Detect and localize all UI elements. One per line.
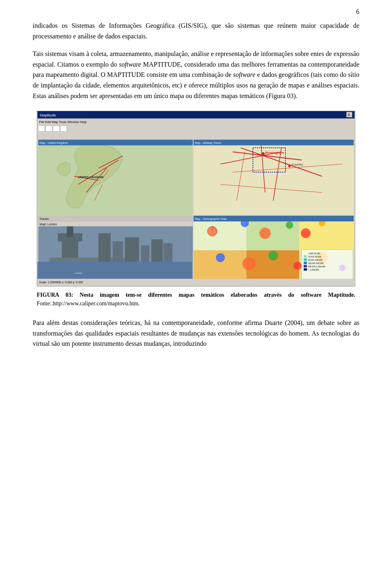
svg-point-75 — [216, 253, 225, 262]
svg-rect-84 — [304, 255, 307, 258]
svg-text:London: London — [74, 272, 82, 274]
svg-text:UNITED KINGDOM: UNITED KINGDOM — [78, 176, 103, 179]
maptitude-screenshot: Maptitude X File Edit Map Tools Window H… — [37, 111, 355, 286]
svg-rect-1 — [38, 111, 354, 119]
svg-point-76 — [242, 257, 255, 270]
svg-rect-82 — [304, 252, 307, 255]
svg-text:Maptitude: Maptitude — [40, 113, 56, 117]
svg-text:500,001-1,000,000: 500,001-1,000,000 — [308, 266, 325, 268]
svg-rect-8 — [38, 126, 45, 132]
svg-rect-12 — [38, 132, 354, 139]
svg-point-36 — [288, 165, 291, 168]
svg-rect-50 — [125, 237, 139, 262]
svg-rect-11 — [60, 126, 67, 132]
figure-caption-normal: Fonte:.http://www.caliper.com/maptovu.ht… — [37, 300, 140, 307]
svg-rect-90 — [304, 265, 307, 267]
svg-text:File  Edit  Map  Tools  Window: File Edit Map Tools Window Help — [39, 120, 87, 124]
svg-text:100,001-500,000: 100,001-500,000 — [308, 262, 324, 264]
svg-text:1,000-10,000: 1,000-10,000 — [308, 253, 321, 255]
svg-rect-56 — [38, 222, 193, 226]
page-number: 6 — [356, 8, 359, 16]
figure-caption-bold: FIGURA 03: Nesta imagem tem-se diferente… — [37, 292, 355, 298]
svg-text:Scale: 1:2000000   x: 0.000   : Scale: 1:2000000 x: 0.000 y: 0.000 — [39, 281, 83, 284]
svg-rect-51 — [141, 246, 149, 262]
svg-rect-49 — [113, 242, 123, 262]
svg-rect-9 — [46, 126, 52, 132]
svg-point-72 — [286, 222, 293, 229]
svg-rect-96 — [38, 279, 354, 286]
svg-point-73 — [301, 228, 311, 238]
svg-rect-54 — [38, 216, 193, 222]
svg-text:50,001-100,000: 50,001-100,000 — [308, 259, 323, 261]
svg-text:Birmingham: Birmingham — [265, 151, 284, 155]
svg-rect-7 — [38, 125, 354, 132]
svg-point-34 — [261, 152, 265, 156]
svg-text:10,001-50,000: 10,001-50,000 — [308, 256, 321, 258]
svg-rect-10 — [53, 126, 60, 132]
svg-rect-48 — [98, 233, 111, 262]
svg-text:Map - Demographic Data: Map - Demographic Data — [195, 217, 227, 221]
svg-text:X: X — [347, 113, 350, 117]
svg-point-78 — [294, 262, 302, 270]
paragraph-1: indicados os Sistemas de Informações Geo… — [33, 20, 359, 41]
svg-text:Tracker: Tracker — [40, 217, 49, 220]
svg-rect-52 — [151, 240, 163, 262]
paragraph-2: Tais sistemas visam à coleta, armazename… — [33, 49, 359, 101]
svg-text:Map - Midway Towns: Map - Midway Towns — [195, 141, 221, 145]
page: 6 indicados os Sistemas de Informações G… — [0, 0, 392, 580]
svg-rect-53 — [163, 244, 172, 262]
svg-text:> 1,000,000: > 1,000,000 — [308, 269, 319, 271]
svg-rect-92 — [304, 268, 307, 271]
svg-text:Mapt: London: Mapt: London — [40, 223, 57, 226]
svg-point-71 — [259, 228, 271, 239]
paragraph-3: Para além destas considerações teóricas,… — [33, 318, 359, 349]
svg-text:Map - United Kingdom: Map - United Kingdom — [40, 141, 68, 145]
figure-03: Maptitude X File Edit Map Tools Window H… — [33, 111, 359, 308]
figure-caption: FIGURA 03: Nesta imagem tem-se diferente… — [37, 291, 355, 308]
svg-rect-88 — [304, 262, 307, 264]
svg-point-77 — [268, 251, 278, 261]
figure-image: Maptitude X File Edit Map Tools Window H… — [37, 111, 355, 287]
svg-rect-86 — [304, 258, 307, 261]
main-content: indicados os Sistemas de Informações Geo… — [33, 20, 359, 349]
svg-text:Coventry: Coventry — [292, 163, 303, 167]
